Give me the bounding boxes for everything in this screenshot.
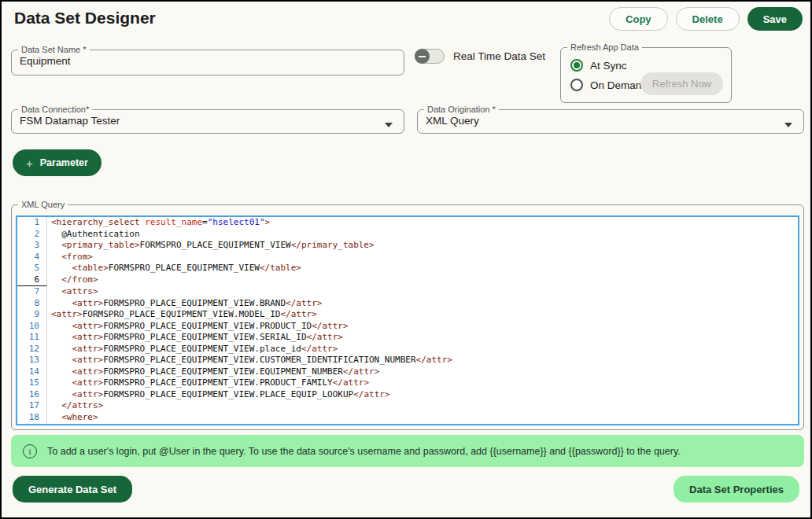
code-text: </attrs> — [47, 400, 103, 412]
code-line[interactable]: 9<attr>FORMSPRO_PLACE_EQUIPMENT_VIEW.MOD… — [17, 309, 798, 321]
code-line[interactable]: 16 <attr>FORMSPRO_PLACE_EQUIPMENT_VIEW.P… — [17, 389, 798, 401]
data-connection-value[interactable]: FSM Datamap Tester — [12, 114, 404, 127]
code-text: <attr>FORMSPRO_PLACE_EQUIPMENT_VIEW.plac… — [47, 344, 338, 355]
code-line[interactable]: 13 <attr>FORMSPRO_PLACE_EQUIPMENT_VIEW.C… — [17, 355, 798, 366]
data-connection-select[interactable]: Data Connection* FSM Datamap Tester — [11, 105, 404, 134]
line-number: 13 — [17, 355, 47, 366]
code-text: <primary_table>FORMSPRO_PLACE_EQUIPMENT_… — [47, 240, 375, 252]
line-number: 17 — [17, 400, 47, 412]
line-number: 7 — [17, 286, 47, 298]
line-number: 5 — [17, 263, 47, 274]
real-time-toggle[interactable] — [415, 49, 445, 64]
real-time-label: Real Time Data Set — [453, 50, 545, 62]
data-set-designer-page: Data Set Designer Copy Delete Save Data … — [0, 0, 812, 519]
radio-at-sync[interactable] — [570, 59, 583, 72]
data-origination-select[interactable]: Data Origination * XML Query — [417, 105, 804, 134]
line-number: 19 — [17, 423, 47, 425]
line-number: 10 — [17, 321, 47, 333]
code-text: <attr>FORMSPRO_PLACE_EQUIPMENT_VIEW.PLAC… — [47, 389, 390, 401]
refresh-app-data-legend: Refresh App Data — [567, 42, 642, 52]
code-line[interactable]: 7 <attrs> — [17, 286, 798, 298]
refresh-app-data-fieldset: Refresh App Data At Sync On Demand Refre… — [560, 42, 732, 103]
info-banner-text: To add a user's login, put @User in the … — [47, 446, 681, 457]
code-text: <attr>FORMSPRO_PLACE_EQUIPMENT_VIEW.PROD… — [47, 321, 349, 333]
data-set-name-label: Data Set Name * — [18, 45, 90, 54]
page-title: Data Set Designer — [14, 9, 156, 28]
code-text: <attr>FORMSPRO_PLACE_EQUIPMENT_VIEW.SERI… — [47, 332, 343, 344]
code-line[interactable]: 10 <attr>FORMSPRO_PLACE_EQUIPMENT_VIEW.P… — [17, 321, 798, 333]
copy-button[interactable]: Copy — [609, 7, 668, 31]
code-line[interactable]: 18 <where> — [17, 412, 798, 424]
line-number: 16 — [17, 389, 47, 401]
code-text: <attr>FORMSPRO_PLACE_EQUIPMENT_VIEW.EQUI… — [47, 366, 379, 378]
code-line[interactable]: 6 </from> — [17, 274, 798, 287]
code-text: <hierarchy_select result_name="hselect01… — [47, 217, 270, 229]
xml-query-fieldset: XML Query 1<hierarchy_select result_name… — [11, 200, 804, 430]
line-number: 12 — [17, 344, 47, 355]
radio-at-sync-label: At Sync — [590, 60, 627, 72]
code-text: <attr>FORMSPRO_PLACE_EQUIPMENT_VIEW.PROD… — [47, 377, 369, 389]
code-line[interactable]: 11 <attr>FORMSPRO_PLACE_EQUIPMENT_VIEW.S… — [17, 332, 798, 344]
info-icon: i — [23, 444, 37, 458]
code-text: @Authentication — [47, 229, 140, 241]
line-number: 15 — [17, 377, 47, 389]
line-number: 9 — [17, 309, 47, 321]
code-line[interactable]: 15 <attr>FORMSPRO_PLACE_EQUIPMENT_VIEW.P… — [17, 377, 798, 389]
header-actions: Copy Delete Save — [609, 7, 803, 31]
add-parameter-label: Parameter — [40, 157, 88, 168]
data-set-name-value[interactable]: Equipment — [12, 54, 404, 67]
info-banner: i To add a user's login, put @User in th… — [11, 435, 804, 467]
line-number: 8 — [17, 298, 47, 310]
code-text: <attr>FORMSPRO_PLACE_EQUIPMENT_VIEW.BRAN… — [47, 298, 322, 310]
refresh-now-button[interactable]: Refresh Now — [640, 72, 723, 95]
toggle-thumb-icon — [415, 49, 430, 64]
xml-query-code-editor[interactable]: 1<hierarchy_select result_name="hselect0… — [16, 215, 799, 425]
xml-query-legend: XML Query — [18, 200, 68, 209]
code-text: </from> — [47, 274, 98, 287]
code-line[interactable]: 17 </attrs> — [17, 400, 798, 412]
code-text: <data_constraint> — [47, 423, 150, 425]
dropdown-arrow-icon[interactable] — [385, 123, 393, 127]
code-text: <attrs> — [47, 286, 98, 298]
line-number: 3 — [17, 240, 47, 252]
save-button[interactable]: Save — [747, 7, 803, 31]
plus-icon: + — [26, 156, 33, 170]
code-line[interactable]: 8 <attr>FORMSPRO_PLACE_EQUIPMENT_VIEW.BR… — [17, 298, 798, 310]
radio-on-demand[interactable] — [570, 79, 583, 91]
generate-data-set-button[interactable]: Generate Data Set — [13, 476, 132, 502]
code-text: <attr>FORMSPRO_PLACE_EQUIPMENT_VIEW.CUST… — [47, 355, 452, 366]
line-number: 14 — [17, 366, 47, 378]
code-line[interactable]: 12 <attr>FORMSPRO_PLACE_EQUIPMENT_VIEW.p… — [17, 344, 798, 355]
data-origination-value[interactable]: XML Query — [418, 114, 803, 127]
add-parameter-button[interactable]: + Parameter — [13, 149, 102, 176]
code-line[interactable]: 3 <primary_table>FORMSPRO_PLACE_EQUIPMEN… — [17, 240, 798, 252]
data-connection-label: Data Connection* — [18, 105, 92, 114]
code-text: <where> — [47, 412, 98, 424]
line-number: 1 — [17, 217, 47, 229]
data-set-properties-button[interactable]: Data Set Properties — [674, 476, 799, 502]
code-line[interactable]: 19 <data_constraint> — [17, 423, 798, 425]
code-line[interactable]: 4 <from> — [17, 252, 798, 263]
code-lines: 1<hierarchy_select result_name="hselect0… — [17, 217, 798, 425]
code-text: <table>FORMSPRO_PLACE_EQUIPMENT_VIEW</ta… — [47, 263, 301, 274]
line-number: 11 — [17, 332, 47, 344]
data-origination-label: Data Origination * — [424, 105, 499, 114]
real-time-toggle-row: Real Time Data Set — [415, 49, 545, 64]
data-set-name-field[interactable]: Data Set Name * Equipment — [11, 45, 404, 75]
code-text: <attr>FORMSPRO_PLACE_EQUIPMENT_VIEW.MODE… — [47, 309, 317, 321]
delete-button[interactable]: Delete — [676, 7, 740, 31]
radio-row-at-sync: At Sync — [570, 59, 731, 72]
line-number: 2 — [17, 229, 47, 241]
line-number: 4 — [17, 252, 47, 263]
code-text: <from> — [47, 252, 93, 263]
line-number: 18 — [17, 412, 47, 424]
code-line[interactable]: 2 @Authentication — [17, 229, 798, 241]
line-number: 6 — [17, 274, 47, 287]
code-line[interactable]: 14 <attr>FORMSPRO_PLACE_EQUIPMENT_VIEW.E… — [17, 366, 798, 378]
radio-on-demand-label: On Demand — [590, 79, 648, 91]
dropdown-arrow-icon[interactable] — [784, 123, 792, 127]
code-line[interactable]: 5 <table>FORMSPRO_PLACE_EQUIPMENT_VIEW</… — [17, 263, 798, 274]
code-line[interactable]: 1<hierarchy_select result_name="hselect0… — [17, 217, 798, 229]
